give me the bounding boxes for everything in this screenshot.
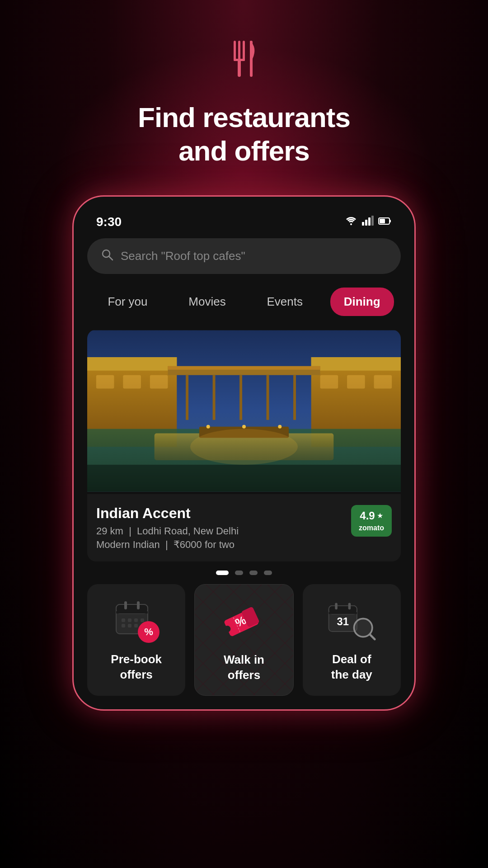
svg-point-37 (206, 425, 210, 429)
svg-rect-13 (389, 220, 391, 222)
svg-text:31: 31 (337, 615, 349, 627)
restaurant-distance-location: 29 km | Lodhi Road, New Delhi (96, 525, 351, 537)
phone-frame: 9:30 (72, 195, 416, 711)
hero-title: Find restaurants and offers (138, 101, 350, 168)
svg-point-6 (350, 223, 352, 225)
status-bar: 9:30 (87, 210, 401, 238)
svg-rect-23 (213, 375, 216, 420)
svg-rect-51 (122, 624, 125, 627)
status-icons (345, 216, 392, 228)
walkin-icon: % (219, 598, 269, 643)
carousel-dots (87, 571, 401, 575)
svg-rect-2 (243, 41, 245, 61)
svg-rect-47 (122, 618, 125, 622)
svg-rect-66 (348, 603, 351, 609)
hero-section: Find restaurants and offers (138, 0, 350, 168)
svg-rect-10 (371, 216, 374, 226)
svg-rect-65 (335, 603, 338, 609)
carousel-dot-4 (264, 571, 272, 575)
dining-icon (224, 36, 264, 87)
tab-bar: For you Movies Events Dining (87, 288, 401, 316)
tab-movies[interactable]: Movies (175, 288, 239, 316)
svg-point-38 (242, 425, 246, 429)
svg-rect-50 (141, 618, 144, 622)
svg-rect-49 (134, 618, 138, 622)
tab-events[interactable]: Events (253, 288, 316, 316)
svg-rect-7 (362, 222, 364, 226)
deal-label: Deal ofthe day (331, 652, 372, 683)
signal-icon (362, 216, 374, 228)
svg-rect-41 (87, 465, 401, 491)
search-bar[interactable]: Search "Roof top cafes" (87, 238, 401, 274)
status-time: 9:30 (96, 215, 122, 229)
carousel-dot-1 (216, 571, 229, 575)
offer-cards: % Pre-bookoffers (87, 584, 401, 696)
svg-rect-53 (134, 624, 138, 627)
svg-rect-0 (234, 41, 236, 61)
restaurant-image (87, 330, 401, 492)
deal-icon: 31 (327, 598, 376, 643)
zomato-label: zomato (359, 524, 384, 532)
svg-rect-32 (347, 375, 365, 388)
svg-rect-52 (128, 624, 131, 627)
carousel-dot-3 (249, 571, 258, 575)
restaurant-cuisine-price: Modern Indian | ₹6000 for two (96, 539, 351, 551)
svg-point-40 (190, 429, 298, 464)
svg-line-69 (370, 634, 375, 639)
svg-line-15 (109, 256, 113, 260)
svg-rect-29 (123, 375, 141, 388)
restaurant-name: Indian Accent (96, 505, 351, 522)
svg-rect-28 (96, 375, 114, 388)
svg-rect-46 (137, 601, 140, 609)
svg-rect-48 (128, 618, 131, 622)
prebook-label: Pre-bookoffers (111, 652, 162, 683)
svg-rect-12 (380, 219, 385, 223)
walkin-content: % Walk inoffers (204, 598, 284, 683)
svg-rect-45 (124, 601, 127, 609)
prebook-card[interactable]: % Pre-bookoffers (87, 584, 185, 696)
svg-rect-64 (329, 612, 357, 614)
prebook-icon: % (112, 598, 161, 643)
svg-rect-24 (239, 375, 242, 420)
battery-icon (378, 217, 392, 227)
carousel-dot-2 (235, 571, 243, 575)
search-placeholder: Search "Roof top cafes" (121, 249, 245, 263)
svg-rect-31 (320, 375, 338, 388)
search-icon (101, 248, 113, 264)
svg-rect-20 (311, 357, 401, 371)
svg-rect-8 (365, 220, 367, 226)
restaurant-details: Indian Accent 29 km | Lodhi Road, New De… (96, 505, 351, 551)
svg-rect-26 (293, 375, 296, 420)
svg-rect-30 (150, 375, 168, 388)
svg-rect-27 (168, 366, 320, 370)
svg-rect-22 (186, 375, 188, 420)
svg-rect-25 (267, 375, 269, 420)
svg-point-39 (278, 425, 282, 429)
tab-dining[interactable]: Dining (330, 288, 394, 316)
rating-badge: 4.9 ★ zomato (351, 505, 392, 537)
svg-rect-4 (238, 60, 241, 77)
svg-rect-9 (368, 217, 371, 226)
svg-rect-44 (116, 611, 148, 613)
deal-card[interactable]: 31 Deal ofthe day (303, 584, 401, 696)
walkin-card[interactable]: % Walk inoffers (194, 584, 293, 696)
wifi-icon (345, 216, 357, 228)
restaurant-info: Indian Accent 29 km | Lodhi Road, New De… (87, 494, 401, 561)
tab-for-you[interactable]: For you (94, 288, 161, 316)
phone-mockup: 9:30 (72, 195, 416, 711)
svg-text:%: % (144, 626, 153, 637)
svg-rect-18 (87, 357, 177, 371)
svg-rect-33 (374, 375, 392, 388)
walkin-label: Walk inoffers (224, 652, 264, 683)
restaurant-card[interactable]: Indian Accent 29 km | Lodhi Road, New De… (87, 330, 401, 561)
svg-rect-1 (238, 41, 240, 61)
